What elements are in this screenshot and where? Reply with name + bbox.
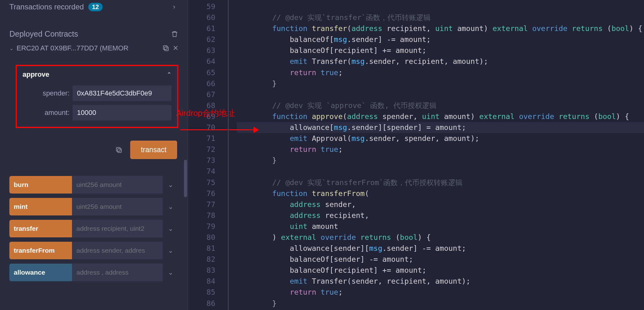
line-number: 69 (188, 111, 215, 122)
transfer-args-input[interactable] (72, 220, 163, 237)
mint-button[interactable]: mint (9, 198, 72, 215)
line-number: 65 (188, 67, 215, 78)
approve-title: approve (23, 70, 49, 79)
deployed-contracts-header: Deployed Contracts (9, 17, 178, 43)
copy-icon[interactable] (162, 44, 170, 52)
line-number: 67 (188, 89, 215, 100)
line-number: 73 (188, 155, 215, 166)
spender-label: spender: (23, 89, 69, 97)
spender-field-row: spender: (20, 84, 174, 103)
code-line[interactable]: // @dev 实现 `approve` 函数, 代币授权逻辑 (237, 100, 644, 111)
line-number: 61 (188, 23, 215, 34)
code-line[interactable]: emit Approval(msg.sender, spender, amoun… (237, 133, 644, 144)
spender-input[interactable] (73, 85, 171, 101)
line-number: 79 (188, 221, 215, 232)
line-number: 64 (188, 56, 215, 67)
line-number: 72 (188, 144, 215, 155)
line-number: 81 (188, 243, 215, 254)
code-line[interactable]: // @dev 实现`transfer`函数，代币转账逻辑 (237, 12, 644, 23)
transfer-button[interactable]: transfer (9, 220, 72, 237)
code-line[interactable]: emit Transfer(msg.sender, recipient, amo… (237, 56, 644, 67)
code-line[interactable]: address sender, (237, 199, 644, 210)
code-line[interactable]: } (237, 155, 644, 166)
code-line[interactable]: allowance[msg.sender][spender] = amount; (237, 122, 644, 133)
allowance-args-input[interactable] (72, 264, 163, 281)
transactions-header[interactable]: Transactions recorded 12 › (9, 0, 178, 17)
transact-button[interactable]: transact (130, 141, 177, 159)
chevron-down-icon[interactable]: ⌄ (163, 242, 178, 259)
annotation-arrow-head (253, 127, 259, 133)
code-line[interactable]: } (237, 298, 644, 309)
transactions-count-badge: 12 (88, 3, 103, 11)
mint-args-input[interactable] (72, 198, 163, 215)
allowance-button[interactable]: allowance (9, 264, 72, 281)
code-line[interactable]: } (237, 78, 644, 89)
transact-row: transact (9, 134, 178, 172)
chevron-down-icon[interactable]: ⌄ (163, 264, 178, 281)
scrollbar[interactable] (183, 147, 188, 310)
function-row-transfer: transfer⌄ (9, 220, 178, 237)
transferFrom-button[interactable]: transferFrom (9, 242, 72, 259)
burn-button[interactable]: burn (9, 176, 72, 194)
code-area[interactable]: // @dev 实现`transfer`函数，代币转账逻辑 function t… (229, 0, 644, 310)
code-line[interactable]: // @dev 实现`transferFrom`函数，代币授权转账逻辑 (237, 177, 644, 188)
code-line[interactable] (237, 89, 644, 100)
chevron-up-icon[interactable]: ⌃ (167, 71, 171, 78)
line-number: 66 (188, 78, 215, 89)
trash-icon[interactable] (171, 30, 178, 38)
code-line[interactable]: balanceOf[recipient] += amount; (237, 45, 644, 56)
function-row-allowance: allowance⌄ (9, 264, 178, 281)
function-row-burn: burn⌄ (9, 176, 178, 194)
line-number: 77 (188, 199, 215, 210)
code-line[interactable]: function transferFrom( (237, 188, 644, 199)
code-line[interactable]: uint amount (237, 221, 644, 232)
code-line[interactable] (237, 1, 644, 12)
code-line[interactable]: balanceOf[recipient] += amount; (237, 265, 644, 276)
code-line[interactable]: address recipient, (237, 210, 644, 221)
code-line[interactable]: function transfer(address recipient, uin… (237, 23, 644, 34)
svg-rect-2 (118, 149, 121, 152)
burn-args-input[interactable] (72, 176, 163, 194)
line-number: 60 (188, 12, 215, 23)
line-number: 80 (188, 232, 215, 243)
contract-name: ERC20 AT 0X9BF...77DD7 (MEMOR (17, 44, 159, 52)
contract-instance-row[interactable]: ⌄ ERC20 AT 0X9BF...77DD7 (MEMOR ✕ (9, 43, 178, 59)
approve-header[interactable]: approve ⌃ (20, 70, 174, 84)
code-line[interactable]: function approve(address spender, uint a… (237, 111, 644, 122)
close-icon[interactable]: ✕ (173, 44, 178, 52)
scrollbar-thumb[interactable] (184, 160, 187, 197)
line-number: 78 (188, 210, 215, 221)
code-line[interactable]: allowance[sender][msg.sender] -= amount; (237, 243, 644, 254)
line-number: 63 (188, 45, 215, 56)
svg-rect-1 (163, 46, 167, 49)
code-editor[interactable]: 5960616263646566676869707172737475767778… (188, 0, 644, 310)
line-number: 70 (188, 122, 215, 133)
code-line[interactable]: emit Transfer(sender, recipient, amount)… (237, 276, 644, 287)
copy-icon[interactable] (115, 146, 123, 154)
transferFrom-args-input[interactable] (72, 242, 163, 259)
code-line[interactable]: return true; (237, 144, 644, 155)
code-line[interactable]: return true; (237, 67, 644, 78)
approve-function-panel: approve ⌃ spender: amount: (16, 65, 178, 128)
line-number: 83 (188, 265, 215, 276)
transactions-title: Transactions recorded (9, 3, 84, 11)
chevron-down-icon[interactable]: ⌄ (163, 220, 178, 237)
line-number: 71 (188, 133, 215, 144)
code-line[interactable] (237, 166, 644, 177)
chevron-down-icon[interactable]: ⌄ (9, 45, 13, 51)
code-line[interactable]: balanceOf[msg.sender] -= amount; (237, 34, 644, 45)
code-line[interactable]: return true; (237, 287, 644, 298)
chevron-down-icon[interactable]: ⌄ (163, 176, 178, 194)
deployed-title: Deployed Contracts (9, 29, 78, 39)
amount-label: amount: (23, 109, 69, 117)
chevron-down-icon[interactable]: ⌄ (163, 198, 178, 215)
chevron-right-icon[interactable]: › (173, 3, 178, 11)
code-line[interactable]: balanceOf[sender] -= amount; (237, 254, 644, 265)
line-number: 59 (188, 1, 215, 12)
svg-rect-0 (165, 47, 168, 51)
code-line[interactable]: ) external override returns (bool) { (237, 232, 644, 243)
amount-field-row: amount: (20, 103, 174, 122)
amount-input[interactable] (73, 105, 171, 121)
line-number: 62 (188, 34, 215, 45)
line-number: 85 (188, 287, 215, 298)
